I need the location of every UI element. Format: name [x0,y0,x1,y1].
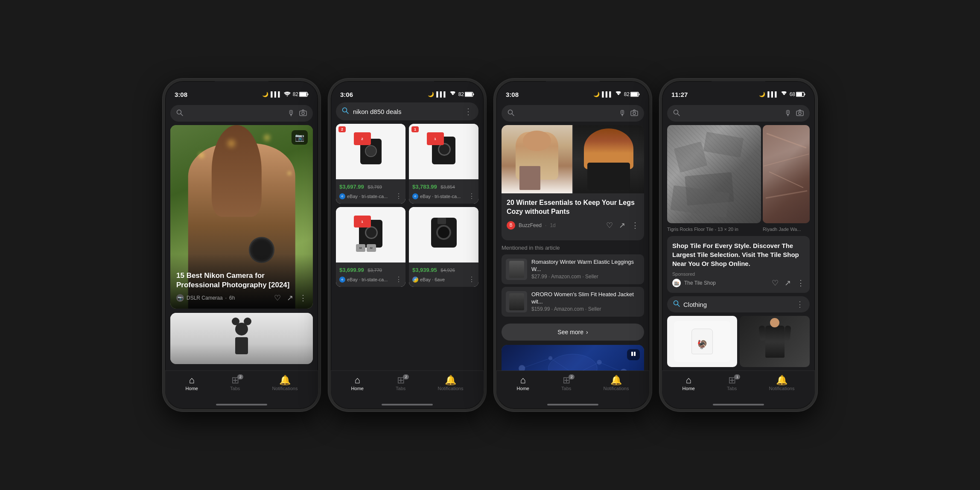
product-2-image: 1 1 [409,124,478,179]
tabs-nav-item[interactable]: ⊞ 2 Tabs [230,376,240,391]
bell-icon: 🔔 [279,376,291,385]
phone-1-content: 📷 15 Best Nikon Camera for Professional … [165,125,318,370]
phone-2-search-bar[interactable]: nikon d850 deals ⋮ [336,102,478,120]
tile-image-right[interactable] [763,125,810,223]
share-icon[interactable]: ↗ [287,293,293,303]
clothing-card-1[interactable]: 🦃 [667,316,737,367]
ad-heart-icon[interactable]: ♡ [772,278,779,288]
card-actions: ♡ ↗ ⋮ [274,293,307,303]
notifications-nav-item[interactable]: 🔔 Notifications [272,376,298,391]
clothing-section-header[interactable]: Clothing ⋮ [667,296,810,312]
phone-3-search-bar[interactable]: 🎙 [502,105,644,122]
ad-more-icon[interactable]: ⋮ [797,278,805,288]
mic-icon[interactable]: 🎙 [618,109,626,118]
clothing-section-title: Clothing [683,301,793,308]
svg-line-4 [181,114,183,116]
product-card-3[interactable]: 32 32 1 $3,699.99 $3,770 e eBay · tri-st… [336,207,405,287]
notifications-nav-item[interactable]: 🔔 Notifications [769,376,794,391]
product-1-price-row: $3,697.99 $3,769 [339,183,402,190]
svg-rect-5 [300,111,306,116]
news-card[interactable]: 20 Winter Essentials to Keep Your Legs C… [502,125,644,240]
see-more-label: See more [557,329,583,335]
phone-3: 3:08 🌙 ▌▌▌ 82 🎙 [494,79,652,411]
product-4-price-old: $4,926 [440,268,455,273]
product-4-more[interactable]: ⋮ [468,275,475,283]
tile-images-row [667,125,810,223]
camera-search-icon[interactable] [630,109,638,118]
tabs-badge: 2 [569,374,575,379]
product-list-item-1[interactable]: Romastory Winter Warm Elastic Leggings W… [502,254,644,284]
product-1-price-old: $3,769 [368,184,382,190]
phone-2-time: 3:06 [340,91,353,98]
ad-share-icon[interactable]: ↗ [785,278,791,288]
home-nav-item[interactable]: ⌂ Home [517,376,529,391]
product-1-list-price: $27.99 · Amazon.com · Seller [531,274,640,280]
product-2-thumb [506,291,527,312]
clothing-card-2[interactable] [740,316,810,367]
svg-line-11 [347,112,349,114]
phone-4-search-bar[interactable]: 🎙 [667,105,810,122]
svg-line-27 [599,362,624,370]
tabs-nav-item[interactable]: ⊞ 2 Tabs [561,376,571,391]
phone-1-search-bar[interactable]: 🎙 [170,105,313,122]
notifications-nav-item[interactable]: 🔔 Notifications [603,376,629,391]
svg-line-24 [522,358,551,368]
product-card-1[interactable]: 2 2 $3,697.99 $3,769 e eBay · tri-state-… [336,124,405,204]
tabs-badge: 2 [403,374,409,379]
see-more-button[interactable]: See more › [502,324,644,341]
product-1-list-info: Romastory Winter Warm Elastic Leggings W… [531,259,640,280]
phone-1-main-card[interactable]: 📷 15 Best Nikon Camera for Professional … [170,125,313,309]
phone-1-second-card[interactable] [170,313,313,364]
news-heart-icon[interactable]: ♡ [606,221,613,230]
tile-shop-icon: 🏬 [672,279,681,287]
product-card-2[interactable]: 1 1 $3,783.99 $3,854 e eBay · tri-state-… [409,124,478,204]
notifications-nav-item[interactable]: 🔔 Notifications [438,376,463,391]
home-nav-item[interactable]: ⌂ Home [186,376,198,391]
home-icon: ⌂ [686,376,691,385]
news-image-left [502,125,572,193]
battery-icon: 82 [293,91,309,97]
source-avatar: 📷 [176,294,184,302]
svg-line-16 [512,114,514,116]
product-2-list-name: ORORO Women's Slim Fit Heated Jacket wit… [531,291,640,306]
mic-icon[interactable]: 🎙 [287,109,295,118]
camera-search-icon[interactable] [796,109,804,118]
ebay-icon-4: e [412,277,418,283]
tabs-nav-item[interactable]: ⊞ 1 Tabs [727,376,737,391]
phone-2: 3:06 🌙 ▌▌▌ 82 nikon d850 deals ⋮ [328,79,486,411]
more-icon[interactable]: ⋮ [299,293,307,303]
tile-shop-ad-card[interactable]: Shop Tile For Every Style. Discover The … [667,236,810,293]
svg-point-18 [633,112,636,114]
product-1-info: $3,697.99 $3,769 e eBay · tri-state-ca..… [336,179,405,204]
home-nav-item[interactable]: ⌂ Home [351,376,364,391]
product-list-item-2[interactable]: ORORO Women's Slim Fit Heated Jacket wit… [502,287,644,317]
phone-4-content: Tigris Rocks Floor Tile - 13 × 20 in Riy… [662,125,815,370]
news-more-icon[interactable]: ⋮ [631,221,639,230]
signal-icon: ▌▌▌ [767,91,779,97]
product-4-price-row: $3,939.95 $4,926 [412,266,475,274]
ai-card[interactable] [502,345,644,370]
svg-point-37 [799,112,801,114]
product-card-4[interactable]: $3,939.95 $4,926 e eBay · 6ave ⋮ [409,207,478,287]
news-share-icon[interactable]: ↗ [619,221,625,230]
product-1-more[interactable]: ⋮ [395,192,402,200]
svg-point-28 [548,354,598,370]
more-options-icon[interactable]: ⋮ [464,106,472,117]
mentioned-label: Mentioned in this article [502,245,644,251]
clothing-more-icon[interactable]: ⋮ [796,300,804,309]
heart-icon[interactable]: ♡ [274,293,281,303]
svg-line-39 [678,305,680,307]
card-camera-icon: 📷 [292,130,308,145]
home-nav-item[interactable]: ⌂ Home [682,376,695,391]
home-bar [713,404,764,405]
bell-icon: 🔔 [610,376,622,385]
home-icon: ⌂ [189,376,195,385]
svg-rect-2 [308,93,309,95]
product-3-more[interactable]: ⋮ [395,275,402,283]
tile-image-left[interactable] [667,125,761,223]
mic-icon[interactable]: 🎙 [784,109,792,118]
tabs-nav-item[interactable]: ⊞ 2 Tabs [396,376,405,391]
camera-search-icon[interactable] [299,109,307,118]
card-title: 15 Best Nikon Camera for Professional Ph… [176,271,307,290]
product-2-more[interactable]: ⋮ [468,192,475,200]
